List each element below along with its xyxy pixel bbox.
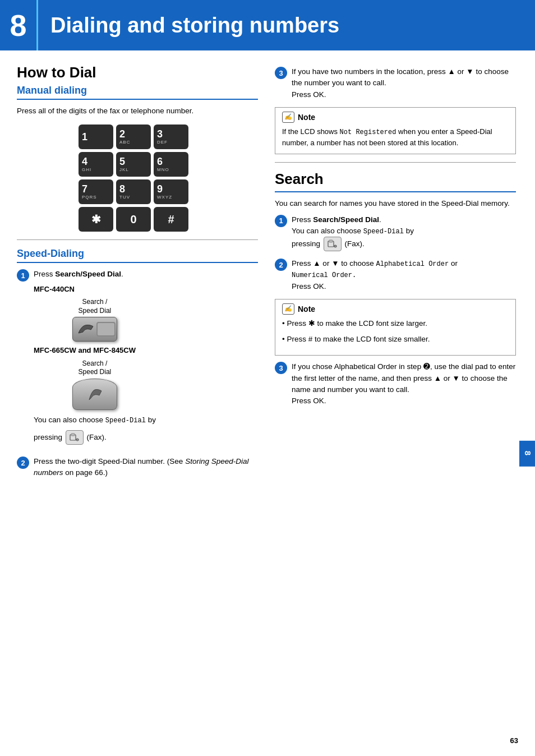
mfc440-button: Search / Speed Dial [67,298,123,342]
svg-rect-5 [329,240,333,242]
search-step2: 2 Press ▲ or ▼ to choose Alphabetical Or… [275,258,516,292]
key-5: 5 JKL [116,152,151,177]
button2-label: Search / Speed Dial [79,359,112,377]
search-intro: You can search for names you have stored… [275,198,516,209]
search-step3-circle: 3 [275,362,287,374]
note1-content: If the LCD shows Not Registered when you… [282,126,509,149]
step1-content: Press Search/Speed Dial. MFC-440CN Searc… [34,269,156,449]
right-column: 3 If you have two numbers in the locatio… [275,64,516,486]
svg-rect-1 [71,434,75,436]
chapter-side-tab: 8 [519,441,535,467]
key-2: 2 ABC [116,125,151,149]
divider-search [275,162,516,163]
right-step3-circle: 3 [275,67,287,79]
button2-shape [72,379,117,410]
divider-speed-dialing [17,239,258,240]
key-4: 4 GHI [79,152,113,177]
search-step1-content: Press Search/Speed Dial. You can also ch… [292,214,414,252]
button1-label: Search / Speed Dial [79,298,112,315]
note1-header: ✍ Note [282,112,509,123]
key-hash: # [154,207,188,232]
step2-content: Press the two-digit Speed-Dial number. (… [34,456,258,479]
chapter-title: Dialing and storing numbers [50,13,339,38]
key-6: 6 MNO [154,152,188,177]
handset-icon2 [84,384,106,404]
note1-icon: ✍ [282,112,294,123]
search-step2-content: Press ▲ or ▼ to choose Alphabetical Orde… [292,258,458,292]
button1-shape [72,317,117,342]
search-underline [275,191,516,192]
manual-dialing-intro: Press all of the digits of the fax or te… [17,105,258,117]
keypad: 1 2 ABC 3 DEF 4 GHI 5 JKL 6 MNO [79,125,196,232]
key-9: 9 WXYZ [154,179,188,204]
pressing-text: pressing (Fax). [34,430,156,445]
note2-content: • Press ✱ to make the LCD font size larg… [282,318,509,345]
note2-box: ✍ Note • Press ✱ to make the LCD font si… [275,299,516,356]
mfc440-label: MFC-440CN [34,284,156,295]
also-text: You can also choose Speed-Dial by [34,414,156,426]
page-footer: 63 [510,736,518,745]
search-step3-content: If you chose Alphabetical Order in step … [292,361,516,407]
note2-bullet2: • Press # to make the LCD font size smal… [282,334,509,345]
key-star: ✱ [79,207,113,232]
handset-icon1 [74,321,96,338]
key-0: 0 [116,207,151,232]
step2-circle: 2 [17,457,29,469]
search-step1: 1 Press Search/Speed Dial. You can also … [275,214,516,252]
note2-icon: ✍ [282,303,294,315]
left-column: How to Dial Manual dialing Press all of … [17,64,258,486]
note2-bullet1: • Press ✱ to make the LCD font size larg… [282,318,509,329]
note2-header: ✍ Note [282,303,509,315]
right-step3: 3 If you have two numbers in the locatio… [275,66,516,100]
fax-icon [69,433,80,442]
note1-box: ✍ Note If the LCD shows Not Registered w… [275,107,516,155]
key-7: 7 PQRS [79,179,113,204]
search-step1-circle: 1 [275,215,287,227]
search-step2-circle: 2 [275,259,287,271]
speed-dial-step2: 2 Press the two-digit Speed-Dial number.… [17,456,258,479]
manual-dialing-subheading: Manual dialing [17,85,258,100]
search-fax-button-icon [324,237,342,251]
note1-title: Note [298,113,315,122]
right-step3-content: If you have two numbers in the location,… [292,66,516,100]
speed-dial-step1: 1 Press Search/Speed Dial. MFC-440CN Sea… [17,269,258,449]
page-content: How to Dial Manual dialing Press all of … [0,64,535,486]
search-heading: Search [275,170,516,188]
search-step3: 3 If you chose Alphabetical Order in ste… [275,361,516,407]
chapter-number: 8 [0,0,38,50]
mfc665-label: MFC-665CW and MFC-845CW [34,345,156,356]
key-3: 3 DEF [154,125,188,149]
step1-circle: 1 [17,269,29,282]
chapter-header: 8 Dialing and storing numbers [0,0,535,50]
key-8: 8 TUV [116,179,151,204]
search-fax-icon [327,239,338,248]
key-1: 1 [79,125,113,149]
how-to-dial-heading: How to Dial [17,64,258,81]
note2-title: Note [298,305,315,314]
fax-button-icon [66,430,84,445]
mfc665-button: Search / Speed Dial [67,359,123,410]
speed-dialing-subheading: Speed-Dialing [17,248,258,263]
